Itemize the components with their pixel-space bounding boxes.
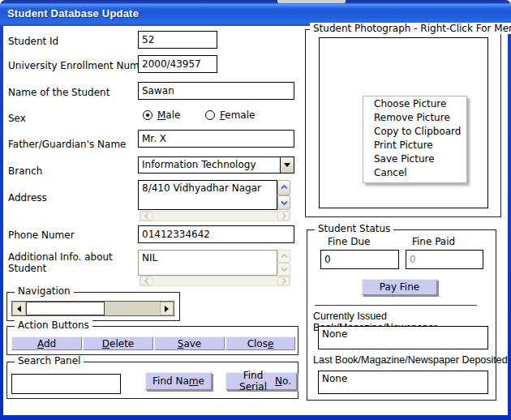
dropdown-arrow-icon — [284, 163, 290, 167]
student-id-label: Student Id — [8, 36, 58, 47]
scroll-up-icon[interactable] — [277, 250, 290, 263]
scrollbar-track[interactable] — [105, 302, 160, 315]
female-radio-circle-icon — [205, 110, 215, 120]
search-panel-title: Search Panel — [15, 355, 84, 366]
scroll-left-icon[interactable] — [140, 276, 152, 285]
status-separator-line — [315, 305, 477, 306]
phone-label: Phone Numer — [8, 229, 75, 241]
scrollbar-track[interactable] — [152, 212, 277, 221]
female-radio[interactable]: Female — [205, 109, 255, 121]
male-radio-label: Male — [157, 109, 180, 121]
left-triangle-icon — [17, 306, 21, 312]
student-status-title: Student Status — [315, 223, 393, 234]
scroll-right-icon[interactable] — [277, 276, 290, 285]
male-radio-circle-icon — [143, 110, 152, 120]
fine-paid-input[interactable] — [406, 250, 483, 269]
menu-item-print-picture[interactable]: Print Picture — [363, 139, 466, 153]
scroll-down-icon[interactable] — [277, 263, 290, 276]
last-deposited-value: None — [322, 373, 347, 384]
fine-due-label: Fine Due — [328, 236, 370, 247]
scroll-right-icon[interactable] — [277, 212, 290, 221]
additional-info-horizontal-scrollbar[interactable] — [140, 276, 290, 286]
background-window-sliver — [277, 0, 346, 3]
find-name-button[interactable]: Find Name — [145, 372, 212, 390]
form-client-area: Student Id University Enrollment Number … — [3, 26, 508, 415]
pay-fine-button[interactable]: Pay Fine — [362, 279, 437, 295]
currently-issued-value: None — [322, 328, 347, 340]
sex-label: Sex — [8, 113, 26, 124]
additional-info-vertical-scrollbar[interactable] — [277, 250, 290, 276]
scroll-left-icon[interactable] — [12, 302, 26, 315]
address-horizontal-scrollbar[interactable] — [140, 211, 290, 221]
enrollment-input[interactable] — [138, 55, 217, 73]
student-database-window: Student Database Update Student Id Unive… — [0, 0, 511, 420]
scroll-down-icon[interactable] — [277, 195, 290, 211]
address-textarea[interactable]: 8/410 Vidhyadhar Nagar — [138, 180, 277, 210]
photo-context-menu: Choose Picture Remove Picture Copy to Cl… — [363, 96, 467, 183]
name-label: Name of the Student — [8, 87, 110, 98]
female-radio-label: Female — [220, 109, 255, 121]
scrollbar-thumb[interactable] — [26, 302, 105, 315]
branch-dropdown-button[interactable] — [280, 157, 294, 173]
scroll-up-icon[interactable] — [277, 180, 290, 195]
fine-paid-label: Fine Paid — [412, 236, 455, 247]
window-title: Student Database Update — [7, 7, 139, 19]
find-serial-button[interactable]: Find Serial No. — [225, 372, 297, 390]
delete-button[interactable]: Delete — [83, 336, 153, 350]
scrollbar-track[interactable] — [152, 276, 277, 285]
navigation-title: Navigation — [15, 285, 74, 297]
photograph-title: Student Photograph - Right-Click For Men… — [310, 23, 511, 34]
currently-issued-value-box[interactable]: None — [318, 326, 488, 349]
scroll-left-icon[interactable] — [140, 212, 152, 221]
scroll-right-icon[interactable] — [160, 302, 174, 315]
phone-input[interactable] — [138, 225, 294, 243]
save-button[interactable]: Save — [154, 336, 225, 350]
branch-selected-value: Information Technology — [139, 157, 280, 173]
father-input[interactable] — [138, 130, 294, 148]
navigation-scrollbar[interactable] — [11, 301, 174, 316]
student-id-input[interactable] — [138, 31, 217, 49]
additional-info-textarea[interactable]: NIL — [138, 250, 277, 276]
branch-label: Branch — [8, 165, 42, 177]
additional-info-label: Additional Info. about Student — [8, 251, 138, 274]
menu-item-remove-picture[interactable]: Remove Picture — [363, 112, 466, 126]
name-input[interactable] — [138, 82, 294, 100]
last-deposited-value-box[interactable]: None — [318, 371, 488, 394]
address-vertical-scrollbar[interactable] — [277, 180, 290, 210]
action-buttons-title: Action Buttons — [15, 319, 92, 331]
father-label: Father/Guardian's Name — [8, 139, 126, 150]
menu-item-choose-picture[interactable]: Choose Picture — [363, 98, 466, 112]
menu-item-copy-to-clipboard[interactable]: Copy to Clipboard — [363, 126, 466, 139]
fine-due-input[interactable] — [320, 250, 399, 269]
last-deposited-label: Last Book/Magazine/Newspaper Deposited — [313, 354, 508, 366]
search-input[interactable] — [11, 374, 121, 394]
add-button[interactable]: Add — [11, 336, 82, 350]
menu-item-cancel[interactable]: Cancel — [363, 167, 466, 181]
menu-item-save-picture[interactable]: Save Picture — [363, 153, 466, 167]
address-label: Address — [8, 192, 47, 204]
close-button[interactable]: Close — [225, 336, 295, 350]
enrollment-label: University Enrollment Number — [8, 60, 156, 71]
male-radio[interactable]: Male — [143, 109, 180, 121]
right-triangle-icon — [165, 306, 169, 312]
branch-combobox[interactable]: Information Technology — [138, 156, 294, 174]
